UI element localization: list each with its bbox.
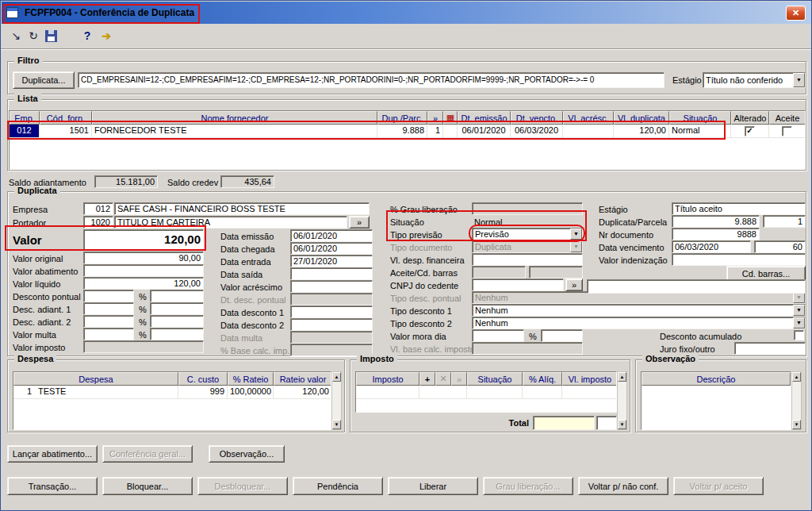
cnpj-lookup-button[interactable]: »: [565, 279, 583, 291]
despesa-scrollbar[interactable]: ▲ ▼: [331, 371, 342, 430]
desconto-pontual-field[interactable]: [83, 290, 134, 302]
desc-adiant1-valor-field[interactable]: [150, 302, 204, 315]
valor-multa-field[interactable]: [83, 328, 134, 340]
chevron-down-icon[interactable]: ▼: [793, 305, 805, 316]
portador-code-field[interactable]: 1020: [83, 216, 113, 229]
observacao-button[interactable]: Observação...: [209, 445, 285, 463]
col-nome[interactable]: Nome fornecedor: [92, 111, 377, 125]
scroll-up-icon[interactable]: ▲: [618, 372, 626, 382]
cell-pct-rateio[interactable]: 100,00000: [228, 386, 274, 399]
valor-original-field[interactable]: 90,00: [83, 252, 204, 264]
delete-row-icon[interactable]: ✕: [435, 372, 451, 386]
col-emp[interactable]: Emp.: [10, 111, 40, 125]
cell-situacao[interactable]: Normal: [669, 125, 731, 138]
cell-despesa[interactable]: 1 TESTE: [13, 386, 178, 399]
table-row[interactable]: 012 1501 FORNECEDOR TESTE 9.888 1 06/01/…: [10, 125, 805, 138]
cell-vl-acresc[interactable]: [563, 125, 614, 138]
cell-c-custo[interactable]: 999: [178, 386, 228, 399]
table-row[interactable]: 1 TESTE 999 100,00000 120,00: [13, 386, 331, 399]
col-imposto[interactable]: Imposto: [356, 372, 419, 386]
add-row-icon[interactable]: +: [419, 372, 435, 386]
pendencia-button[interactable]: Pendência: [293, 477, 383, 495]
col-dt-vencto[interactable]: Dt. vencto.: [511, 111, 563, 125]
cell-dup[interactable]: 9.888: [377, 125, 427, 138]
filter-expression-field[interactable]: CD_EMPRESAINI=12-;CD_EMPRESAFIM=12-;CD_E…: [78, 72, 665, 88]
valor-multa-valor-field[interactable]: [150, 328, 204, 340]
cell-emp[interactable]: 012: [10, 125, 40, 138]
valor-abatimento-field[interactable]: [83, 264, 204, 277]
observacao-scrollbar[interactable]: ▲ ▼: [791, 371, 802, 430]
save-icon[interactable]: [42, 27, 59, 44]
data-chegada-field[interactable]: 06/01/2020: [290, 242, 373, 255]
cell-dt-vencto[interactable]: 06/03/2020: [511, 125, 563, 138]
valor-mora-dia-field[interactable]: [472, 329, 524, 342]
estagio-filter-combo[interactable]: Título não conferido ▼: [703, 72, 806, 88]
nr-documento-field[interactable]: 9888: [672, 228, 760, 240]
data-entrada-field[interactable]: 27/01/2020: [290, 255, 373, 267]
parcela-field[interactable]: 1: [763, 215, 806, 228]
col-cod-forn[interactable]: Cód. forn.: [40, 111, 92, 125]
desc-adiant2-field[interactable]: [83, 315, 134, 328]
help-icon[interactable]: ?: [79, 27, 96, 44]
juro-fixo-field[interactable]: [734, 342, 806, 355]
col-vl-duplicata[interactable]: Vl. duplicata: [614, 111, 669, 125]
data-desconto2-field[interactable]: [290, 318, 373, 331]
close-button[interactable]: ✕: [786, 6, 806, 21]
imposto-scrollbar[interactable]: ▲ ▼: [617, 371, 627, 430]
col-alterado[interactable]: Alterado: [731, 111, 769, 125]
cell-parc[interactable]: 1: [427, 125, 443, 138]
cell-vl-duplicata[interactable]: 120,00: [614, 125, 669, 138]
col-dt-emissao[interactable]: Dt. emissão: [458, 111, 511, 125]
cell-nome[interactable]: FORNECEDOR TESTE: [92, 125, 377, 138]
valor-acrescimo-field[interactable]: [290, 280, 373, 293]
scroll-up-icon[interactable]: ▲: [792, 372, 801, 382]
col-vl-imposto[interactable]: Vl. imposto: [562, 372, 617, 386]
exit-icon[interactable]: ➔: [98, 27, 115, 44]
data-vencimento-field[interactable]: 06/03/2020: [672, 240, 751, 253]
scroll-down-icon[interactable]: ▼: [332, 420, 341, 429]
valor-field[interactable]: 120,00: [83, 229, 204, 250]
valor-liquido-field[interactable]: 120,00: [83, 277, 204, 290]
desconto-acumulado-checkbox[interactable]: [794, 330, 804, 340]
valor-indenizacao-field[interactable]: [672, 253, 806, 266]
empresa-code-field[interactable]: 012: [83, 202, 113, 215]
valor-mora-valor-field[interactable]: [541, 329, 583, 342]
empresa-name-field[interactable]: SAFE CASH - FINANCEIRO BOSS TESTE: [114, 202, 370, 215]
vl-desp-financeira-field[interactable]: [472, 253, 583, 266]
chevron-down-icon[interactable]: ▼: [793, 73, 805, 87]
desconto-pontual-valor-field[interactable]: [150, 290, 204, 302]
col-more[interactable]: »: [427, 111, 443, 125]
bloquear-button[interactable]: Bloquear...: [102, 477, 193, 495]
lancar-abatimento-button[interactable]: Lançar abatimento...: [7, 445, 98, 463]
cell-rateio-valor[interactable]: 120,00: [274, 386, 331, 399]
cell-alterado[interactable]: ✓: [731, 125, 769, 138]
cnpj-cedente-field[interactable]: [472, 279, 564, 291]
data-saida-field[interactable]: [290, 267, 373, 280]
col-dup-parc[interactable]: Dup./Parc.: [377, 111, 427, 125]
data-emissao-field[interactable]: 06/01/2020: [290, 229, 373, 242]
edit-row-icon[interactable]: »: [451, 372, 467, 386]
grid-settings-icon[interactable]: ▦: [443, 111, 458, 125]
cell-blank[interactable]: [443, 125, 458, 138]
scroll-up-icon[interactable]: ▲: [332, 372, 341, 382]
cell-aceite[interactable]: [769, 125, 806, 138]
col-aceite[interactable]: Aceite: [769, 111, 806, 125]
tipo-previsao-combo[interactable]: Previsão ▼: [472, 228, 583, 240]
col-situacao-imposto[interactable]: Situação: [467, 372, 523, 386]
col-c-custo[interactable]: C. custo: [178, 372, 228, 386]
table-row[interactable]: [356, 386, 616, 399]
cedente-extra-field[interactable]: [587, 279, 806, 294]
desc-adiant2-valor-field[interactable]: [150, 315, 204, 328]
col-pct-rateio[interactable]: % Rateio: [228, 372, 274, 386]
data-desconto1-field[interactable]: [290, 305, 373, 318]
transacao-button[interactable]: Transação...: [7, 477, 98, 495]
dias-vencimento-field[interactable]: 60: [754, 240, 806, 253]
col-rateio-valor[interactable]: Rateio valor: [274, 372, 331, 386]
post-icon[interactable]: ↘: [7, 27, 25, 44]
tipo-desconto1-combo[interactable]: Nenhum ▼: [472, 304, 806, 317]
desc-adiant1-field[interactable]: [83, 302, 134, 315]
tipo-desconto2-combo[interactable]: Nenhum ▼: [472, 317, 806, 329]
col-despesa[interactable]: Despesa: [13, 372, 178, 386]
portador-name-field[interactable]: TITULO EM CARTEIRA: [114, 216, 347, 229]
alterado-checkbox[interactable]: ✓: [745, 126, 755, 136]
